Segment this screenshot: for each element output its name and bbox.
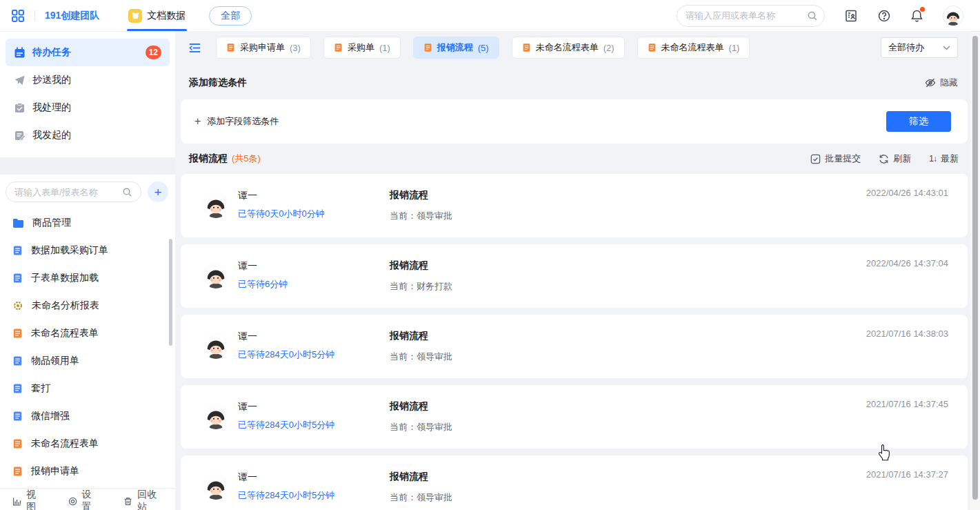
sidebar-item-initiated-by-me[interactable]: 我发起的 bbox=[6, 121, 170, 149]
add-field-filter-button[interactable]: + 添加字段筛选条件 bbox=[194, 115, 279, 128]
sidebar-flow-form-item[interactable]: 报销申请单 bbox=[0, 458, 175, 485]
waiting-time-link[interactable]: 已等待284天0小时5分钟 bbox=[238, 349, 334, 361]
waiting-time-link[interactable]: 已等待0天0小时0分钟 bbox=[238, 208, 325, 220]
checkbox-icon bbox=[810, 154, 821, 164]
tab-document-data[interactable]: 文档数据 bbox=[127, 0, 187, 31]
filter-submit-button[interactable]: 筛选 bbox=[886, 111, 951, 132]
app-grid-icon[interactable] bbox=[11, 9, 25, 23]
tab-count: (2) bbox=[603, 43, 614, 53]
global-search-field[interactable] bbox=[686, 10, 807, 21]
tab-label: 采购申请单 bbox=[240, 41, 285, 54]
sidebar-form-item[interactable]: 微信增强 bbox=[0, 402, 175, 430]
sidebar-footer: 视图 设置 回收站 bbox=[0, 488, 175, 510]
refresh-button[interactable]: 刷新 bbox=[879, 153, 911, 165]
assignee-name: 谭一 bbox=[238, 260, 257, 273]
user-avatar[interactable] bbox=[943, 6, 963, 26]
form-label: 子表单数据加载 bbox=[31, 272, 99, 284]
app-icon bbox=[128, 9, 142, 23]
task-row[interactable]: 谭一 已等待284天0小时5分钟 报销流程 当前：领导审批 2021/07/16… bbox=[181, 315, 968, 378]
task-row[interactable]: 谭一 已等待0天0小时0分钟 报销流程 当前：领导审批 2022/04/26 1… bbox=[181, 174, 968, 237]
tab-unnamed-flow-form-1[interactable]: 未命名流程表单 (1) bbox=[637, 37, 750, 59]
views-button[interactable]: 视图 bbox=[12, 489, 43, 510]
tab-label: 报销流程 bbox=[437, 41, 473, 54]
task-row[interactable]: 谭一 已等待6分钟 报销流程 当前：财务打款 2022/04/26 14:37:… bbox=[181, 244, 968, 308]
notification-bell-icon[interactable] bbox=[910, 9, 923, 23]
add-form-button[interactable]: + bbox=[148, 182, 168, 202]
task-row[interactable]: 谭一 已等待284天0小时5分钟 报销流程 当前：领导审批 2021/07/16… bbox=[181, 385, 968, 449]
timestamp: 2022/04/26 14:43:01 bbox=[866, 188, 948, 198]
contacts-icon[interactable] bbox=[844, 9, 858, 23]
tab-count: (3) bbox=[290, 43, 301, 53]
flow-status: 当前：财务打款 bbox=[390, 280, 452, 293]
collapse-sidebar-icon[interactable] bbox=[189, 43, 201, 53]
avatar bbox=[203, 262, 229, 288]
form-list: 商品管理 数据加载采购订单 子表单数据加载 未命名分析报表 未命名流程表单 bbox=[0, 206, 175, 488]
tab-count: (5) bbox=[478, 43, 489, 53]
sidebar-forms-panel: + 商品管理 数据加载采购订单 子表单数据加载 未命名分析报表 bbox=[0, 175, 175, 510]
avatar bbox=[203, 403, 229, 429]
sort-label: 最新 bbox=[941, 153, 959, 165]
sidebar-item-handled-by-me[interactable]: 我处理的 bbox=[6, 94, 170, 121]
waiting-time-link[interactable]: 已等待284天0小时5分钟 bbox=[238, 489, 334, 502]
assignee-name: 谭一 bbox=[238, 401, 257, 413]
scope-all-pill[interactable]: 全部 bbox=[209, 6, 252, 26]
list-count: (共5条) bbox=[232, 153, 261, 165]
timestamp: 2022/04/26 14:37:04 bbox=[866, 258, 948, 268]
global-search-input[interactable] bbox=[677, 5, 825, 27]
main-content: 采购申请单 (3) 采购单 (1) 报销流程 (5) 未命名流程表单 (2) 未… bbox=[175, 32, 980, 510]
tab-count: (1) bbox=[729, 43, 740, 53]
form-label: 数据加载采购订单 bbox=[31, 244, 108, 257]
timestamp: 2021/07/16 14:37:45 bbox=[866, 399, 948, 409]
sidebar-folder-item[interactable]: 商品管理 bbox=[0, 209, 175, 237]
settings-button[interactable]: 设置 bbox=[68, 489, 99, 510]
top-header: 191创建团队 文档数据 全部 bbox=[0, 0, 980, 32]
task-row[interactable]: 谭一 已等待284天0小时5分钟 报销流程 当前：领导审批 2021/07/16… bbox=[181, 455, 968, 510]
assignee-name: 谭一 bbox=[238, 331, 257, 343]
timestamp: 2021/07/16 14:38:03 bbox=[866, 328, 948, 339]
main-scrollbar-track[interactable] bbox=[970, 32, 980, 510]
tab-reimbursement-flow[interactable]: 报销流程 (5) bbox=[413, 37, 499, 59]
main-scrollbar-thumb[interactable] bbox=[972, 36, 978, 500]
tab-purchase-order[interactable]: 采购单 (1) bbox=[323, 37, 401, 59]
recycle-bin-button[interactable]: 回收站 bbox=[123, 489, 163, 510]
assignee-name: 谭一 bbox=[238, 190, 257, 202]
form-search-input[interactable] bbox=[6, 182, 141, 202]
todo-filter-select[interactable]: 全部待办 bbox=[881, 37, 958, 58]
sidebar-item-cc-to-me[interactable]: 抄送我的 bbox=[6, 66, 170, 94]
recycle-bin-label: 回收站 bbox=[137, 489, 163, 510]
form-search-field[interactable] bbox=[14, 187, 122, 197]
sidebar-item-todo-tasks[interactable]: 待办任务 12 bbox=[6, 39, 170, 66]
sidebar-scrollbar[interactable] bbox=[169, 239, 172, 346]
batch-submit-label: 批量提交 bbox=[825, 153, 861, 165]
sort-newest-button[interactable]: 1↓ 最新 bbox=[929, 153, 959, 165]
waiting-time-link[interactable]: 已等待6分钟 bbox=[238, 278, 288, 291]
sidebar-form-item[interactable]: 子表单数据加载 bbox=[0, 264, 175, 292]
todo-filter-value: 全部待办 bbox=[888, 41, 924, 54]
form-label: 报销申请单 bbox=[31, 465, 79, 478]
hide-filter-button[interactable]: 隐藏 bbox=[925, 77, 958, 89]
form-label: 套打 bbox=[31, 382, 50, 395]
tab-purchase-request[interactable]: 采购申请单 (3) bbox=[216, 37, 311, 59]
sidebar-report-item[interactable]: 未命名分析报表 bbox=[0, 292, 175, 320]
filter-section-title: 添加筛选条件 bbox=[189, 77, 247, 89]
flow-title: 报销流程 bbox=[390, 259, 428, 272]
tab-label: 采购单 bbox=[348, 41, 374, 54]
list-header: 报销流程 (共5条) 批量提交 刷新 1↓ 最新 bbox=[189, 144, 959, 174]
sidebar-form-item[interactable]: 数据加载采购订单 bbox=[0, 237, 175, 264]
tab-unnamed-flow-form-2[interactable]: 未命名流程表单 (2) bbox=[512, 37, 625, 59]
sidebar-flow-form-item[interactable]: 未命名流程表单 bbox=[0, 430, 175, 458]
avatar bbox=[203, 333, 229, 359]
flow-title: 报销流程 bbox=[390, 471, 428, 483]
sidebar-form-item[interactable]: 套打 bbox=[0, 375, 175, 402]
help-icon[interactable] bbox=[877, 9, 891, 23]
form-label: 未命名流程表单 bbox=[31, 438, 99, 450]
todo-count-badge: 12 bbox=[146, 46, 161, 59]
batch-submit-button[interactable]: 批量提交 bbox=[810, 153, 861, 165]
sidebar-form-item[interactable]: 物品领用单 bbox=[0, 347, 175, 375]
plus-icon: + bbox=[194, 115, 201, 128]
sidebar-flow-form-item[interactable]: 未命名流程表单 bbox=[0, 320, 175, 347]
waiting-time-link[interactable]: 已等待284天0小时5分钟 bbox=[238, 419, 334, 431]
filter-card: + 添加字段筛选条件 筛选 bbox=[181, 99, 968, 144]
team-name[interactable]: 191创建团队 bbox=[45, 10, 99, 22]
assignee-name: 谭一 bbox=[238, 471, 257, 484]
